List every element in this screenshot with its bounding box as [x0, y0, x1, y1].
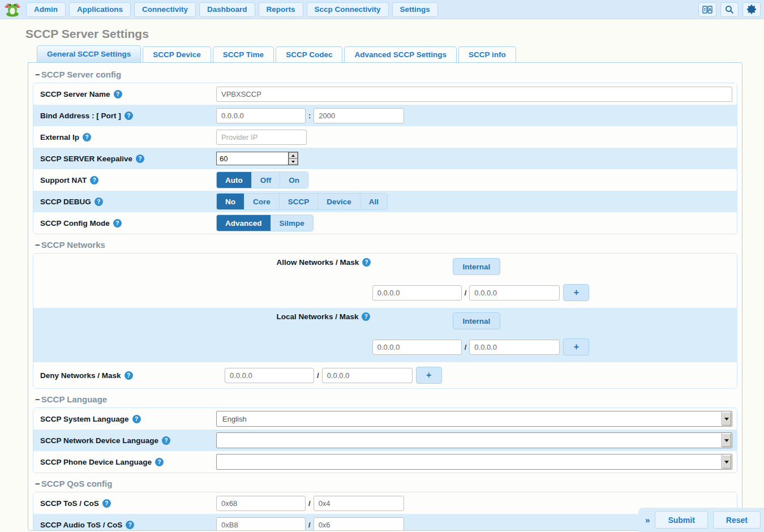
collapse-icon[interactable]: − — [35, 240, 40, 250]
help-icon[interactable]: ? — [90, 176, 98, 185]
row-deny-networks: Deny Networks / Mask ? / + — [33, 362, 737, 388]
deny-mask-input[interactable] — [322, 368, 413, 383]
nat-off-button[interactable]: Off — [252, 172, 281, 188]
tab-sccp-info[interactable]: SCCP info — [458, 46, 516, 62]
help-icon[interactable]: ? — [114, 90, 122, 98]
external-ip-label-text: External Ip — [40, 133, 79, 141]
nat-on-button[interactable]: On — [280, 172, 308, 188]
allow-mask-input[interactable] — [469, 285, 560, 301]
debug-all-button[interactable]: All — [360, 194, 387, 209]
nav-item-connectivity[interactable]: Connectivity — [134, 2, 196, 17]
colon-separator: : — [308, 111, 311, 120]
system-language-select[interactable]: English — [216, 411, 732, 427]
debug-device-button[interactable]: Device — [318, 194, 360, 209]
spinner-up-icon[interactable] — [289, 152, 298, 158]
nat-auto-button[interactable]: Auto — [217, 172, 252, 188]
keepalive-number-input[interactable]: 60 — [216, 152, 298, 165]
collapse-icon[interactable]: − — [35, 70, 40, 79]
help-icon[interactable]: ? — [125, 111, 133, 120]
help-icon[interactable]: ? — [362, 312, 370, 321]
help-icon[interactable]: ? — [132, 415, 141, 423]
tab-sccp-device[interactable]: SCCP Device — [143, 46, 211, 62]
row-config-mode: SCCP Config Mode ? Advanced Silmpe — [33, 212, 737, 234]
gear-icon[interactable] — [742, 2, 761, 17]
local-add-button[interactable]: + — [563, 338, 589, 355]
search-icon[interactable] — [720, 2, 739, 17]
section-title-text: SCCP Language — [41, 394, 107, 404]
help-icon[interactable]: ? — [83, 133, 91, 141]
row-bind-address: Bind Address : [ Port ] ? : — [33, 105, 737, 126]
collapse-icon[interactable]: − — [35, 394, 40, 404]
audio-cos-input[interactable] — [314, 517, 404, 531]
help-icon[interactable]: ? — [95, 198, 103, 206]
help-icon[interactable]: ? — [155, 458, 164, 466]
slash-separator: / — [465, 289, 467, 297]
network-device-language-select[interactable] — [216, 432, 732, 448]
collapse-icon[interactable]: − — [35, 479, 40, 488]
section-title-networks: − SCCP Networks — [35, 240, 742, 250]
debug-sccp-button[interactable]: SCCP — [280, 194, 319, 209]
nav-item-reports[interactable]: Reports — [259, 2, 303, 17]
reset-button[interactable]: Reset — [713, 511, 761, 529]
help-icon[interactable]: ? — [125, 371, 133, 380]
nav-item-applications[interactable]: Applications — [69, 2, 131, 17]
number-spinner — [288, 152, 298, 165]
keepalive-label-text: SCCP SERVER Keepalive — [40, 155, 132, 163]
frog-logo[interactable] — [1, 1, 24, 18]
nav-item-settings[interactable]: Settings — [392, 2, 438, 17]
support-nat-label: Support NAT ? — [33, 176, 216, 185]
tab-sccp-time[interactable]: SCCP Time — [213, 46, 274, 62]
nav-menu: Admin Applications Connectivity Dashboar… — [26, 2, 438, 17]
local-internal-button[interactable]: Internal — [453, 312, 501, 329]
help-icon[interactable]: ? — [126, 521, 134, 529]
deny-network-input[interactable] — [225, 368, 314, 383]
sccp-tos-input[interactable] — [216, 496, 306, 511]
submit-bar: » Submit Reset — [638, 508, 764, 532]
help-icon[interactable]: ? — [362, 258, 371, 267]
section-server-config: SCCP Server Name ? Bind Address : [ Port… — [33, 83, 737, 234]
select-arrow-icon[interactable] — [722, 455, 731, 469]
bind-address-label: Bind Address : [ Port ] ? — [33, 111, 216, 120]
allow-add-button[interactable]: + — [563, 284, 589, 301]
nav-item-sccp-connectivity[interactable]: Sccp Connectivity — [307, 2, 389, 17]
bind-address-ip-input[interactable] — [216, 108, 306, 123]
section-language: SCCP System Language ? English SCCP Netw… — [33, 407, 737, 473]
submit-button[interactable]: Submit — [655, 511, 707, 529]
help-icon[interactable]: ? — [102, 499, 111, 508]
tab-sccp-codec[interactable]: SCCP Codec — [276, 46, 342, 62]
local-networks-label: Local Networks / Mask ? — [270, 312, 453, 321]
tab-general-sccp-settings[interactable]: General SCCP Settings — [37, 45, 141, 62]
local-network-input[interactable] — [372, 340, 462, 355]
spinner-down-icon[interactable] — [289, 158, 298, 165]
help-icon[interactable]: ? — [136, 155, 144, 163]
phone-device-language-label: SCCP Phone Device Language ? — [33, 458, 216, 466]
row-external-ip: External Ip ? — [33, 126, 737, 148]
phone-device-language-select[interactable] — [216, 454, 732, 470]
audio-tos-label-text: SCCP Audio ToS / CoS — [40, 521, 122, 529]
select-arrow-icon[interactable] — [722, 434, 731, 447]
sccp-cos-input[interactable] — [314, 496, 404, 511]
settings-tabbar: General SCCP Settings SCCP Device SCCP T… — [37, 46, 764, 62]
mode-advanced-button[interactable]: Advanced — [217, 215, 271, 231]
server-name-input[interactable] — [216, 87, 732, 102]
allow-internal-button[interactable]: Internal — [453, 258, 501, 275]
collapse-chevron-icon[interactable]: » — [645, 515, 650, 525]
deny-add-button[interactable]: + — [416, 367, 442, 384]
nav-item-dashboard[interactable]: Dashboard — [199, 2, 255, 17]
local-mask-input[interactable] — [469, 340, 560, 355]
help-icon[interactable]: ? — [113, 219, 122, 228]
external-ip-input[interactable] — [216, 130, 307, 145]
mode-simple-button[interactable]: Silmpe — [271, 215, 313, 231]
help-icon[interactable]: ? — [162, 436, 170, 445]
bind-address-port-input[interactable] — [314, 108, 404, 123]
translate-icon[interactable] — [698, 2, 716, 17]
allow-network-input[interactable] — [372, 285, 462, 301]
debug-no-button[interactable]: No — [217, 194, 244, 209]
row-sccp-tos: SCCP ToS / CoS ? / — [33, 492, 737, 514]
audio-tos-input[interactable] — [216, 517, 306, 531]
debug-core-button[interactable]: Core — [244, 194, 280, 209]
nav-item-admin[interactable]: Admin — [26, 2, 66, 17]
row-keepalive: SCCP SERVER Keepalive ? 60 — [33, 148, 737, 169]
tab-advanced-sccp-settings[interactable]: Advanced SCCP Settings — [344, 46, 457, 62]
select-arrow-icon[interactable] — [722, 412, 731, 426]
